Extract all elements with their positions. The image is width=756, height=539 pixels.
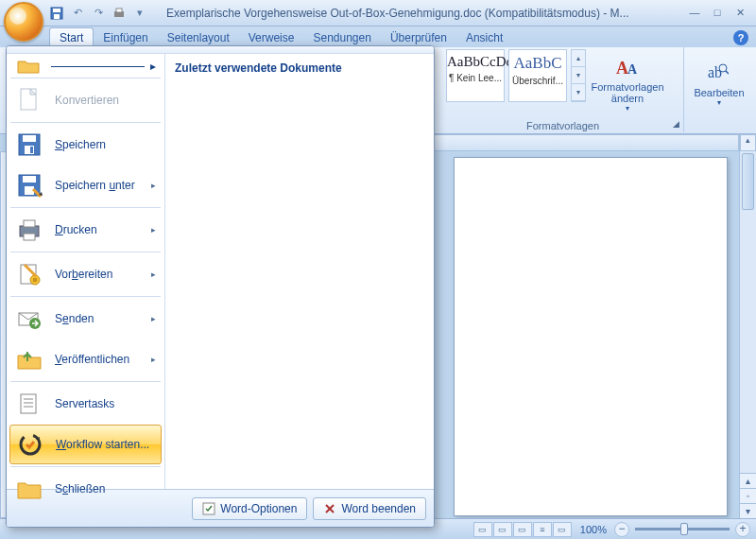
menu-schliessen[interactable]: Schließen [9,469,162,509]
style-name: Überschrif... [509,76,566,86]
style-name: ¶ Kein Lee... [447,73,504,83]
prev-page-icon[interactable]: ▴ [740,473,756,488]
svg-rect-14 [30,147,33,153]
svg-rect-19 [24,220,35,227]
menu-label: Drucken [55,223,156,236]
folder-open-icon [15,58,43,75]
word-beenden-button[interactable]: Word beenden [313,497,426,520]
button-label: Word-Optionen [220,502,297,515]
prepare-icon [15,260,43,288]
vertical-scrollbar[interactable]: ▴ ▴ ◦ ▾ [739,134,756,518]
help-icon[interactable]: ? [733,30,748,45]
menu-workflow-starten[interactable]: Workflow starten... [9,425,162,464]
change-styles-button[interactable]: AA Formatvorlagen ändern ▾ [590,49,665,117]
change-styles-label: Formatvorlagen ändern [590,81,665,104]
tab-seitenlayout[interactable]: Seitenlayout [158,28,239,47]
tab-ansicht[interactable]: Ansicht [456,28,512,47]
qat-dropdown-icon[interactable]: ▾ [132,6,147,21]
servertasks-icon [15,390,43,418]
view-fullscreen-icon[interactable]: ▭ [493,522,512,537]
submenu-arrow-icon: ▸ [151,355,156,364]
style-kein-leerraum[interactable]: AaBbCcDc ¶ Kein Lee... [446,49,505,102]
undo-icon[interactable]: ↶ [70,6,85,21]
exit-icon [323,502,336,515]
view-print-layout-icon[interactable]: ▭ [473,522,492,537]
menu-veroeffentlichen[interactable]: Veröffentlichen ▸ [9,339,162,379]
menu-vorbereiten[interactable]: Vorbereiten ▸ [9,254,162,294]
convert-icon [15,86,43,114]
view-web-icon[interactable]: ▭ [513,522,532,537]
options-icon [202,502,215,515]
style-preview: AaBbC [509,54,566,73]
office-button[interactable] [4,2,43,42]
menu-speichern-unter[interactable]: Speichern unter ▸ [9,165,162,205]
menu-item-truncated[interactable]: ▸ [9,57,162,76]
svg-text:A: A [627,62,638,77]
menu-label: Speichern unter [55,179,156,192]
style-gallery[interactable]: AaBbCcDc ¶ Kein Lee... AaBbC Überschrif.… [446,49,679,117]
submenu-arrow-icon: ▸ [151,314,156,323]
tab-start[interactable]: Start [49,27,94,47]
redo-icon[interactable]: ↷ [91,6,106,21]
zoom-in-button[interactable]: + [735,522,750,537]
close-button[interactable]: ✕ [730,6,750,21]
svg-rect-2 [54,14,60,19]
change-styles-icon: AA [614,57,641,79]
menu-label: Vorbereiten [55,268,156,281]
next-page-icon[interactable]: ▾ [740,503,756,518]
document-page[interactable] [454,157,728,516]
office-menu: ▸ Konvertieren Speichern Speichern unter… [6,45,435,528]
menu-label: Schließen [55,482,156,496]
tab-ueberpruefen[interactable]: Überprüfen [381,28,456,47]
menu-senden[interactable]: Senden ▸ [9,299,162,339]
style-preview: AaBbCcDc [447,54,504,70]
svg-rect-1 [53,9,60,12]
maximize-button[interactable]: □ [707,6,728,21]
svg-rect-23 [33,278,37,282]
scroll-up-icon[interactable]: ▴ [740,134,756,151]
group-label-styles: Formatvorlagen [442,120,683,131]
svg-line-9 [726,71,729,74]
menu-speichern[interactable]: Speichern [9,125,162,165]
view-draft-icon[interactable]: ▭ [553,522,572,537]
menu-servertasks[interactable]: Servertasks [9,384,162,424]
quick-access-toolbar: ↶ ↷ ▾ [49,6,147,21]
word-optionen-button[interactable]: Word-Optionen [192,497,307,520]
zoom-slider[interactable] [635,528,730,530]
print-icon[interactable] [112,6,127,21]
menu-label: Servertasks [55,397,156,410]
view-outline-icon[interactable]: ≡ [533,522,552,537]
zoom-percent[interactable]: 100% [580,524,607,535]
send-icon [15,304,43,333]
menu-label: Konvertieren [55,94,156,107]
submenu-arrow-icon: ▸ [151,225,156,235]
menu-label: Workflow starten... [56,438,155,451]
style-ueberschrift[interactable]: AaBbC Überschrif... [508,49,567,102]
print-icon [15,216,43,244]
tab-verweise[interactable]: Verweise [239,28,304,47]
window-title: Exemplarische Vorgehensweise Out-of-Box-… [166,7,684,20]
browse-object-icon[interactable]: ◦ [740,488,756,503]
svg-text:ab: ab [708,64,722,80]
menu-label: Veröffentlichen [55,353,156,366]
save-icon[interactable] [49,6,64,21]
menu-label: Senden [55,312,156,325]
bearbeiten-button[interactable]: ab Bearbeiten ▾ [688,49,750,117]
tab-sendungen[interactable]: Sendungen [303,28,380,47]
svg-rect-4 [116,9,122,12]
zoom-out-button[interactable]: − [614,522,629,537]
save-as-icon [15,171,43,200]
dialog-launcher-icon[interactable]: ◢ [670,119,681,130]
save-icon [15,130,43,159]
workflow-icon [16,430,44,459]
minimize-button[interactable]: — [684,6,705,21]
svg-rect-26 [21,394,36,413]
menu-drucken[interactable]: Drucken ▸ [9,210,162,250]
svg-rect-16 [23,176,36,183]
gallery-scroll[interactable]: ▴▾▾ [571,49,586,102]
button-label: Word beenden [341,502,416,515]
tab-einfuegen[interactable]: Einfügen [94,28,157,47]
publish-icon [15,345,43,374]
scroll-thumb[interactable] [742,153,754,210]
recent-docs-header: Zuletzt verwendete Dokumente [175,61,424,75]
